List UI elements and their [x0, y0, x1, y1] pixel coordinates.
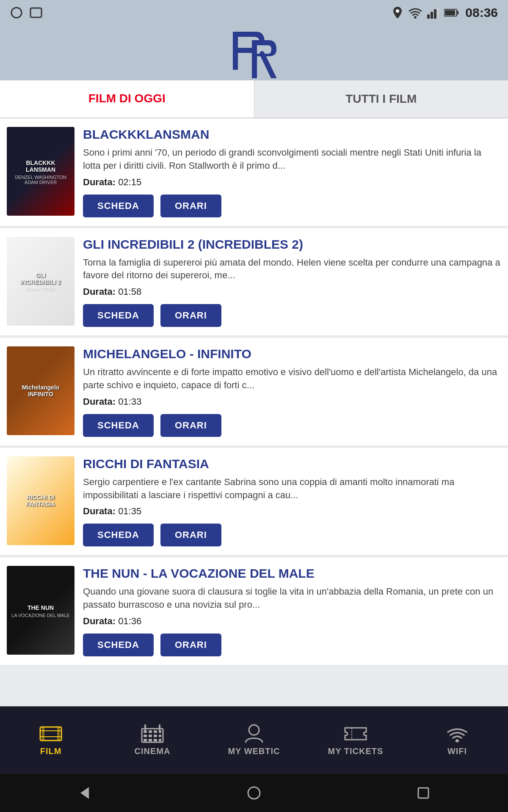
svg-rect-7: [437, 7, 439, 19]
film-info: BLACKKKLANSMAN Sono i primi anni '70, un…: [83, 127, 501, 217]
scheda-button[interactable]: SCHEDA: [83, 634, 154, 656]
scheda-button[interactable]: SCHEDA: [83, 524, 154, 546]
film-duration: Durata: 02:15: [83, 177, 501, 188]
svg-rect-1: [30, 8, 41, 17]
orari-button[interactable]: ORARI: [160, 634, 221, 656]
svg-point-34: [249, 725, 259, 735]
back-button[interactable]: [72, 780, 97, 806]
svg-rect-10: [457, 11, 458, 14]
svg-point-36: [456, 739, 459, 742]
home-button[interactable]: [241, 780, 267, 806]
film-title: BLACKKKLANSMAN: [83, 127, 501, 142]
nav-item-cinema[interactable]: CINEMA: [119, 724, 186, 756]
scheda-button[interactable]: SCHEDA: [83, 195, 154, 217]
nav-item-mywebtic[interactable]: MY WEBTIC: [220, 724, 288, 756]
time-display: 08:36: [465, 5, 498, 20]
bottom-nav: FILM CINEMA: [0, 706, 508, 774]
orari-button[interactable]: ORARI: [160, 304, 221, 327]
svg-rect-24: [144, 735, 147, 737]
svg-rect-28: [144, 739, 147, 741]
svg-rect-5: [431, 12, 433, 19]
scheda-button[interactable]: SCHEDA: [83, 304, 154, 327]
recents-button[interactable]: [411, 780, 436, 806]
film-actions: SCHEDA ORARI: [83, 414, 501, 437]
film-title: THE NUN - LA VOCAZIONE DEL MALE: [83, 566, 501, 581]
film-info: THE NUN - LA VOCAZIONE DEL MALE Quando u…: [83, 566, 501, 656]
film-duration: Durata: 01:35: [83, 506, 501, 517]
ticket-icon: [344, 724, 367, 743]
film-item: BLACKKK LANSMAN DENZEL WASHINGTON ADAM D…: [0, 118, 508, 226]
duration-label: Durata:: [83, 396, 116, 407]
film-icon: [39, 724, 62, 743]
wifi-nav-icon: [446, 724, 469, 743]
nav-item-film[interactable]: FILM: [17, 724, 85, 756]
nav-label-cinema: CINEMA: [135, 746, 171, 756]
film-title: GLI INCREDIBILI 2 (INCREDIBLES 2): [83, 237, 501, 252]
cinema-icon: [141, 724, 164, 743]
svg-rect-26: [154, 735, 157, 737]
profile-icon: [243, 724, 265, 743]
svg-rect-30: [154, 739, 157, 741]
nav-label-wifi: WIFI: [447, 746, 467, 756]
svg-rect-39: [418, 788, 428, 798]
svg-rect-15: [42, 727, 44, 741]
svg-rect-21: [149, 730, 152, 733]
film-info: GLI INCREDIBILI 2 (INCREDIBLES 2) Torna …: [83, 237, 501, 327]
orari-button[interactable]: ORARI: [160, 195, 221, 217]
film-item: RICCHI DI FANTASIA RICCHI DI FANTASIA Se…: [0, 448, 508, 555]
film-poster: BLACKKK LANSMAN DENZEL WASHINGTON ADAM D…: [7, 127, 75, 216]
scheda-button[interactable]: SCHEDA: [83, 414, 154, 437]
svg-rect-4: [427, 14, 430, 19]
film-info: MICHELANGELO - INFINITO Un ritratto avvi…: [83, 346, 501, 437]
logo-svg: [226, 27, 282, 78]
duration-label: Durata:: [83, 177, 116, 187]
svg-rect-20: [144, 730, 147, 733]
film-description: Quando una giovane suora di clausura si …: [83, 585, 501, 612]
film-description: Sergio carpentiere e l'ex cantante Sabri…: [83, 476, 501, 502]
svg-rect-22: [154, 730, 157, 733]
film-item: Michelangelo INFINITO MICHELANGELO - INF…: [0, 338, 508, 445]
film-info: RICCHI DI FANTASIA Sergio carpentiere e …: [83, 456, 501, 547]
square-icon: [30, 7, 42, 18]
film-actions: SCHEDA ORARI: [83, 634, 501, 656]
svg-rect-9: [445, 10, 455, 15]
tab-tutti-film[interactable]: TUTTI I FILM: [254, 80, 508, 118]
svg-rect-31: [159, 739, 161, 741]
status-left-icons: [10, 6, 42, 19]
svg-point-38: [248, 787, 260, 799]
status-bar: 08:36: [0, 0, 508, 25]
nav-label-mytickets: MY TICKETS: [328, 746, 384, 756]
film-item: GLI INCREDIBILI 2 Disney PIXAR GLI INCRE…: [0, 228, 508, 336]
svg-rect-29: [149, 739, 152, 741]
film-title: RICCHI DI FANTASIA: [83, 456, 501, 472]
film-description: Sono i primi anni '70, un periodo di gra…: [83, 146, 501, 173]
film-poster: THE NUN LA VOCAZIONE DEL MALE: [7, 566, 75, 655]
film-actions: SCHEDA ORARI: [83, 524, 501, 546]
film-actions: SCHEDA ORARI: [83, 304, 501, 327]
location-icon: [392, 6, 403, 19]
app-header: [0, 25, 508, 80]
film-poster: RICCHI DI FANTASIA: [7, 456, 75, 545]
nav-item-mytickets[interactable]: MY TICKETS: [322, 724, 389, 756]
film-duration: Durata: 01:33: [83, 396, 501, 407]
status-right-icons: 08:36: [392, 5, 498, 20]
svg-rect-25: [149, 735, 152, 737]
orari-button[interactable]: ORARI: [160, 414, 221, 437]
svg-point-2: [396, 9, 399, 13]
film-item: THE NUN LA VOCAZIONE DEL MALE THE NUN - …: [0, 557, 508, 665]
duration-label: Durata:: [83, 286, 116, 297]
tab-film-oggi[interactable]: FILM DI OGGI: [0, 80, 254, 118]
nav-label-film: FILM: [40, 746, 62, 756]
svg-point-0: [11, 8, 22, 18]
svg-rect-23: [159, 730, 161, 733]
film-list: BLACKKK LANSMAN DENZEL WASHINGTON ADAM D…: [0, 118, 508, 744]
tabs-bar: FILM DI OGGI TUTTI I FILM: [0, 80, 508, 118]
svg-rect-27: [159, 735, 161, 737]
film-poster: GLI INCREDIBILI 2 Disney PIXAR: [7, 237, 75, 326]
wifi-status-icon: [409, 7, 422, 19]
nav-item-wifi[interactable]: WIFI: [423, 724, 491, 756]
film-description: Torna la famiglia di supereroi più amata…: [83, 256, 501, 283]
orari-button[interactable]: ORARI: [160, 524, 221, 546]
battery-icon: [444, 8, 458, 17]
duration-label: Durata:: [83, 616, 116, 626]
